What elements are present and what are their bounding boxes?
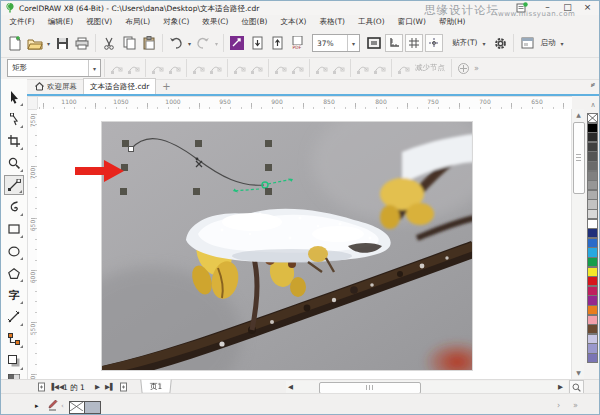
artistic-media-tool[interactable]: [4, 197, 24, 217]
menu-item-2[interactable]: 视图(V): [80, 17, 119, 27]
vertical-scroll-thumb[interactable]: [573, 122, 585, 194]
add-page-after-button[interactable]: [119, 382, 128, 392]
vertical-scrollbar[interactable]: ▲ ▼: [571, 109, 584, 379]
node-edit-icon-0[interactable]: [108, 60, 125, 76]
curve-smoothness-icon[interactable]: [455, 60, 472, 76]
handle-bottom-right[interactable]: [265, 188, 272, 195]
crop-tool[interactable]: [4, 131, 24, 151]
node-edit-icon-8[interactable]: [272, 60, 289, 76]
launch-dropdown[interactable]: ▾: [558, 33, 565, 53]
node-edit-icon-4[interactable]: [190, 60, 207, 76]
rectangle-tool[interactable]: [4, 219, 24, 239]
connector-tool[interactable]: [4, 329, 24, 349]
document-navigator-button[interactable]: [569, 380, 584, 394]
propbar-overflow-chevron[interactable]: »: [474, 64, 479, 73]
print-button[interactable]: [72, 33, 92, 53]
polygon-tool[interactable]: [4, 263, 24, 283]
open-dropdown[interactable]: ▾: [45, 33, 52, 53]
status-overflow-chevron[interactable]: »: [573, 401, 578, 410]
last-page-button[interactable]: ▶▌: [105, 382, 115, 392]
palette-eyedropper-icon[interactable]: ➚: [585, 81, 600, 89]
zoom-tool[interactable]: [4, 153, 24, 173]
node-edit-icon-14[interactable]: [395, 60, 412, 76]
tab-welcome-screen[interactable]: 欢迎屏幕: [29, 79, 83, 94]
node-edit-icon-5[interactable]: [207, 60, 224, 76]
scroll-down-arrow[interactable]: ▼: [572, 367, 585, 378]
new-document-button[interactable]: [5, 33, 25, 53]
open-button[interactable]: [25, 33, 45, 53]
export-button[interactable]: [267, 33, 287, 53]
launch-button[interactable]: 启动: [537, 38, 558, 48]
node-edit-icon-7[interactable]: [248, 60, 265, 76]
undo-dropdown[interactable]: ▾: [186, 33, 193, 53]
import-button[interactable]: [247, 33, 267, 53]
show-grid-button[interactable]: [405, 34, 423, 52]
menu-item-7[interactable]: 文本(X): [274, 17, 313, 27]
node-edit-icon-3[interactable]: [166, 60, 183, 76]
palette-scroll-up[interactable]: ∧: [585, 101, 600, 109]
snap-to-button[interactable]: 贴齐(T): [449, 38, 480, 48]
show-rulers-button[interactable]: [385, 34, 403, 52]
drop-shadow-tool[interactable]: [4, 351, 24, 371]
redo-dropdown[interactable]: ▾: [213, 33, 220, 53]
zoom-dropdown-arrow[interactable]: ▾: [347, 35, 359, 51]
node-edit-icon-13[interactable]: [371, 60, 388, 76]
zoom-level-combo[interactable]: 37% ▾: [312, 34, 360, 52]
color-swatch[interactable]: [587, 353, 598, 363]
show-guidelines-button[interactable]: [425, 34, 443, 52]
parallel-dimension-tool[interactable]: [4, 307, 24, 327]
first-page-button[interactable]: ▐◀: [49, 382, 59, 392]
publish-pdf-button[interactable]: PDF: [287, 33, 307, 53]
copy-button[interactable]: [119, 33, 139, 53]
tab-active-document[interactable]: 文本适合路径.cdr: [83, 78, 156, 94]
node-edit-icon-12[interactable]: [354, 60, 371, 76]
cut-button[interactable]: [99, 33, 119, 53]
options-gear-button[interactable]: [490, 33, 510, 53]
menu-item-9[interactable]: 工具(O): [351, 17, 391, 27]
handle-top-left[interactable]: [122, 140, 129, 147]
handle-top-right[interactable]: [265, 140, 272, 147]
handle-mid-right[interactable]: [265, 164, 272, 171]
page-1-tab[interactable]: 页1: [140, 380, 172, 394]
menu-item-0[interactable]: 文件(F): [3, 17, 41, 27]
save-button[interactable]: [52, 33, 72, 53]
launcher-panel-icon[interactable]: [517, 33, 537, 53]
add-page-before-button[interactable]: [37, 382, 46, 392]
paste-button[interactable]: [139, 33, 159, 53]
menu-item-6[interactable]: 位图(B): [235, 17, 274, 27]
scroll-left-arrow[interactable]: ◀: [288, 382, 293, 392]
minimize-button[interactable]: –: [540, 1, 555, 13]
handle-bottom-mid[interactable]: [193, 188, 200, 195]
wintersweet-photo[interactable]: [101, 121, 473, 371]
menu-item-3[interactable]: 布局(L): [119, 17, 157, 27]
undo-button[interactable]: [166, 33, 186, 53]
menu-item-8[interactable]: 表格(T): [313, 17, 351, 27]
shape-preset-dropdown[interactable]: ▾: [88, 60, 100, 76]
redo-button[interactable]: [193, 33, 213, 53]
node-edit-icon-11[interactable]: [330, 60, 347, 76]
drawing-canvas[interactable]: [37, 109, 571, 379]
fullscreen-preview-button[interactable]: [364, 33, 384, 53]
menu-item-11[interactable]: 帮助(H): [432, 17, 472, 27]
node-edit-icon-1[interactable]: [125, 60, 142, 76]
maximize-button[interactable]: □: [560, 1, 575, 13]
status-flyout-arrow[interactable]: ▸: [35, 402, 39, 410]
node-edit-icon-2[interactable]: [149, 60, 166, 76]
shape-tool[interactable]: [4, 109, 24, 129]
shape-preset-combo[interactable]: 矩形 ▾: [7, 59, 101, 77]
horizontal-scrollbar[interactable]: ◀ ▶: [286, 381, 568, 393]
tray-notification-icon[interactable]: [516, 2, 528, 13]
node-edit-icon-6[interactable]: [231, 60, 248, 76]
search-content-button[interactable]: [227, 33, 247, 53]
menu-item-10[interactable]: 窗口(W): [391, 17, 432, 27]
reduce-nodes-button[interactable]: 减少节点: [412, 63, 448, 73]
status-expand-arrow[interactable]: ›: [557, 401, 560, 410]
menu-item-5[interactable]: 效果(C): [196, 17, 235, 27]
ellipse-tool[interactable]: [4, 241, 24, 261]
new-tab-button[interactable]: +: [156, 79, 176, 94]
freehand-tool[interactable]: [4, 175, 24, 195]
menu-item-4[interactable]: 对象(C): [157, 17, 196, 27]
node-edit-icon-9[interactable]: [289, 60, 306, 76]
next-page-button[interactable]: ▶: [95, 382, 100, 392]
text-tool[interactable]: 字: [4, 285, 24, 305]
